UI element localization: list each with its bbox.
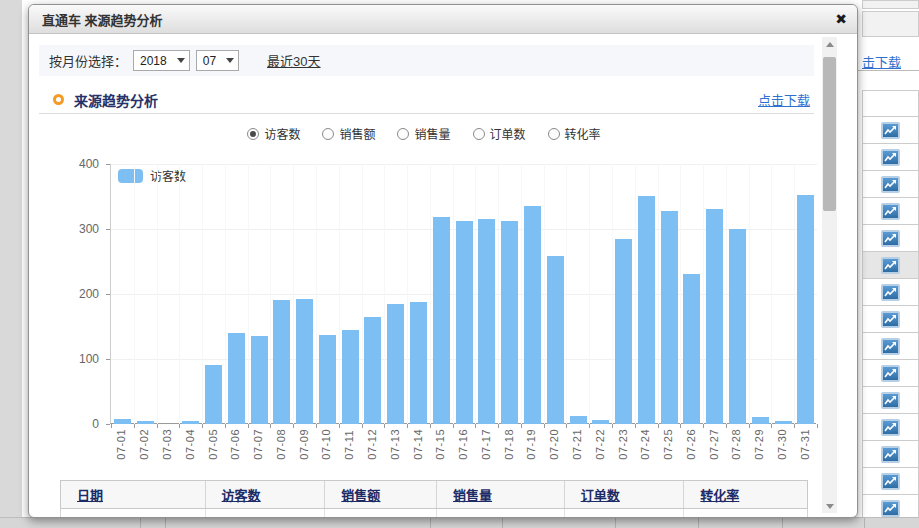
bar[interactable]	[114, 419, 131, 424]
bar[interactable]	[547, 256, 564, 424]
x-tick	[316, 424, 317, 428]
bar[interactable]	[570, 416, 587, 424]
background-right-column: 击下载	[857, 0, 919, 528]
scroll-up-button[interactable]	[822, 37, 837, 51]
x-tick-label: 07-08	[269, 429, 292, 460]
bar[interactable]	[456, 221, 473, 424]
column-sort-link[interactable]: 订单数	[581, 485, 620, 504]
divider	[430, 518, 431, 528]
bar[interactable]	[752, 417, 769, 424]
bar[interactable]	[683, 274, 700, 424]
metric-radio-销售量[interactable]: 销售量	[397, 125, 450, 142]
x-tick	[362, 424, 363, 428]
background-table-row	[862, 306, 919, 333]
metric-radio-销售额[interactable]: 销售额	[322, 125, 375, 142]
trend-chart-icon[interactable]	[881, 419, 900, 436]
bar[interactable]	[661, 211, 678, 424]
column-sort-link[interactable]: 销售量	[453, 485, 492, 504]
bar[interactable]	[364, 317, 381, 424]
column-sort-link[interactable]: 访客数	[222, 485, 261, 504]
x-tick-label: 07-25	[657, 429, 680, 460]
bar[interactable]	[273, 300, 290, 424]
bar[interactable]	[501, 221, 518, 424]
recent-30-days-link[interactable]: 最近30天	[267, 51, 320, 70]
month-select[interactable]: 07	[196, 50, 239, 71]
x-tick-label: 07-03	[156, 429, 179, 460]
x-tick	[680, 424, 681, 428]
bar[interactable]	[524, 206, 541, 424]
bar[interactable]	[592, 420, 609, 424]
trend-chart-icon[interactable]	[881, 257, 900, 274]
bar[interactable]	[296, 299, 313, 424]
bar[interactable]	[205, 365, 222, 424]
bar[interactable]	[319, 335, 336, 424]
bar[interactable]	[342, 330, 359, 424]
bar-slot	[430, 164, 453, 424]
bar[interactable]	[228, 333, 245, 424]
x-tick-label: 07-01	[110, 429, 133, 460]
metric-radio-转化率[interactable]: 转化率	[548, 125, 601, 142]
bar[interactable]	[137, 421, 154, 424]
x-tick	[612, 424, 613, 428]
trend-chart-icon[interactable]	[881, 473, 900, 490]
x-tick	[749, 424, 750, 428]
x-tick-label: 07-26	[680, 429, 703, 460]
background-table-row	[862, 360, 919, 387]
x-tick	[270, 424, 271, 428]
bar[interactable]	[775, 421, 792, 424]
table-cell	[437, 509, 565, 518]
trend-chart-icon[interactable]	[881, 311, 900, 328]
bar-slot	[270, 164, 293, 424]
bar[interactable]	[729, 229, 746, 424]
bar[interactable]	[638, 196, 655, 424]
bar[interactable]	[251, 336, 268, 424]
table-cell	[61, 509, 206, 518]
bar[interactable]	[387, 304, 404, 424]
y-tick	[106, 294, 110, 295]
bar[interactable]	[706, 209, 723, 424]
x-tick	[726, 424, 727, 428]
column-sort-link[interactable]: 销售额	[341, 485, 380, 504]
divider	[140, 518, 141, 528]
bar[interactable]	[478, 219, 495, 424]
bar[interactable]	[433, 217, 450, 424]
trend-chart-icon[interactable]	[881, 500, 900, 517]
metric-radio-订单数[interactable]: 订单数	[473, 125, 526, 142]
column-sort-link[interactable]: 日期	[77, 485, 103, 504]
scroll-down-button[interactable]	[822, 499, 837, 513]
background-download-link[interactable]: 击下载	[862, 52, 901, 71]
trend-chart-icon[interactable]	[881, 338, 900, 355]
metric-radio-访客数[interactable]: 访客数	[247, 125, 300, 142]
x-tick	[111, 424, 112, 428]
radio-label: 订单数	[490, 125, 526, 142]
trend-chart-icon[interactable]	[881, 392, 900, 409]
x-tick	[589, 424, 590, 428]
y-tick-label: 0	[67, 417, 99, 431]
bar-slot	[407, 164, 430, 424]
bar-slot	[658, 164, 681, 424]
x-tick-label: 07-07	[247, 429, 270, 460]
bar[interactable]	[182, 421, 199, 424]
bar[interactable]	[615, 239, 632, 424]
trend-chart-icon[interactable]	[881, 284, 900, 301]
trend-chart-icon[interactable]	[881, 230, 900, 247]
close-icon[interactable]: ✖	[835, 12, 847, 26]
trend-chart-icon[interactable]	[881, 176, 900, 193]
trend-chart-icon[interactable]	[881, 122, 900, 139]
bar[interactable]	[797, 195, 814, 424]
trend-chart-icon[interactable]	[881, 365, 900, 382]
download-link[interactable]: 点击下载	[758, 90, 810, 109]
bar-slot	[384, 164, 407, 424]
column-header-销售量: 销售量	[437, 481, 565, 508]
year-select[interactable]: 2018	[133, 50, 190, 71]
bar-slot	[726, 164, 749, 424]
scrollbar-thumb[interactable]	[823, 57, 836, 211]
trend-chart-icon[interactable]	[881, 149, 900, 166]
dialog-scrollbar[interactable]	[822, 37, 837, 513]
column-header-订单数: 订单数	[565, 481, 685, 508]
y-tick	[106, 229, 110, 230]
trend-chart-icon[interactable]	[881, 446, 900, 463]
column-sort-link[interactable]: 转化率	[700, 485, 739, 504]
bar[interactable]	[410, 302, 427, 424]
trend-chart-icon[interactable]	[881, 203, 900, 220]
